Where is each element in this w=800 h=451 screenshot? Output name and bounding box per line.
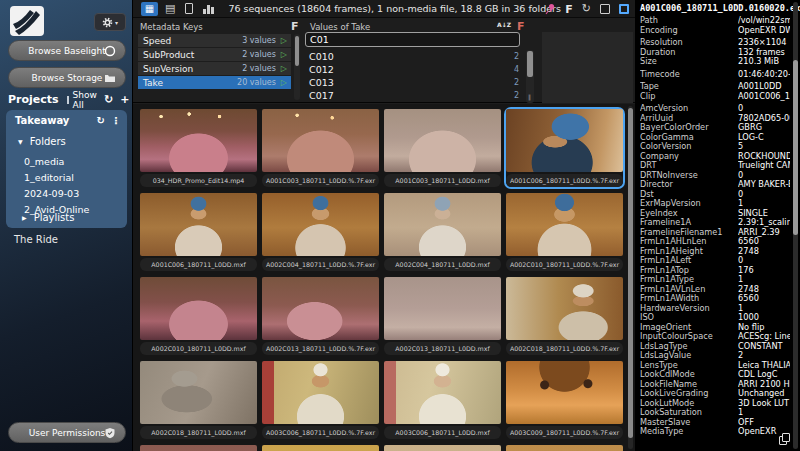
value-row[interactable]: C013 2 [305, 76, 523, 89]
refresh-icon[interactable]: ↻ [582, 2, 591, 16]
thumbnail-image[interactable] [506, 361, 623, 424]
chart-view-icon[interactable] [203, 3, 214, 14]
thumbnail-image[interactable] [262, 361, 379, 424]
thumbnail-image[interactable] [262, 277, 379, 340]
grid-view-icon[interactable]: ▦ [141, 2, 158, 16]
thumbnail-cell[interactable]: A003C006_180711_L0DD.mxf [384, 361, 501, 439]
keys-scrollbar[interactable] [294, 34, 300, 100]
values-scrollbar[interactable]: ‖ [526, 50, 534, 103]
values-scrollbar-thumb[interactable] [527, 51, 533, 77]
keys-scrollbar-thumb[interactable] [295, 36, 299, 66]
show-values-icon[interactable]: ▷ [281, 50, 287, 59]
user-permissions-button[interactable]: User Permissions [8, 422, 126, 443]
sidebar-item-folder[interactable]: 1_editorial [24, 170, 125, 186]
thumbnail-image[interactable] [140, 361, 257, 424]
filter-icon[interactable]: F [565, 3, 573, 16]
sort-az-icon[interactable]: A↓Z [497, 21, 511, 28]
sidebar-item-folder[interactable]: 0_media [24, 154, 125, 170]
thumbnail-image[interactable] [506, 445, 623, 451]
show-values-icon[interactable]: ▷ [281, 78, 287, 87]
metadata-key-row[interactable]: Take 20 values ▷ [138, 76, 291, 89]
thumbnail-image[interactable] [384, 277, 501, 340]
refresh-project-icon[interactable]: ↻ [97, 116, 105, 126]
show-values-icon[interactable]: ▷ [281, 36, 287, 45]
thumbnail-cell[interactable]: A003C009_180711_L0DD.%.7F.exr [506, 361, 623, 439]
thumbnail-image[interactable] [384, 109, 501, 172]
project-header-row[interactable]: Takeaway ↻ ⋮ [15, 115, 121, 126]
thumbnail-cell[interactable]: A003C006_180711_L0DD.%.7F.exr [262, 361, 379, 439]
grid-scrollbar-thumb[interactable] [628, 108, 633, 438]
thumbnail-image[interactable] [506, 193, 623, 256]
sidebar-item-folders[interactable]: ▼ Folders [18, 136, 66, 147]
thumbnail-cell[interactable]: A001C006_180711_L0DD.mxf [140, 193, 257, 271]
inspector-scrollbar-thumb[interactable] [793, 60, 798, 235]
metadata-key-row[interactable]: Speed 3 values ▷ [138, 34, 291, 47]
thumbnail-image[interactable] [140, 277, 257, 340]
thumbnail-cell[interactable] [140, 445, 257, 451]
value-row[interactable]: C017 2 [305, 89, 523, 102]
thumbnail-caption: A002C010_180711_L0DD.%.7F.exr [506, 258, 623, 271]
metadata-key-row[interactable]: SubProduct 2 values ▷ [138, 48, 291, 61]
settings-menu-button[interactable]: ▾ [94, 13, 126, 31]
metadata-key-row[interactable]: SupVersion 2 values ▷ [138, 62, 291, 75]
browse-storage-button[interactable]: Browse Storage [8, 67, 126, 88]
thumbnail-cell[interactable]: A002C013_180711_L0DD.mxf [384, 277, 501, 355]
thumbnail-cell[interactable]: A001C003_180711_L0DD.mxf [384, 109, 501, 187]
thumbnail-cell[interactable]: A002C004_180711_L0DD.%.7F.exr [262, 193, 379, 271]
thumbnail-cell[interactable]: A002C018_180711_L0DD.%.7F.exr [506, 277, 623, 355]
values-title: Values of Take [310, 22, 370, 32]
thumbnail-cell[interactable]: 034_HDR_Promo_Edit14.mp4 [140, 109, 257, 187]
metadata-value: ROCKHOUND [738, 152, 790, 161]
thumbnail-cell[interactable]: A002C018_180711_L0DD.mxf [140, 361, 257, 439]
thumbnail-image[interactable] [384, 361, 501, 424]
project-menu-icon[interactable]: ⋮ [111, 116, 121, 126]
thumbnail-caption: A001C003_180711_L0DD.mxf [384, 174, 501, 187]
grid-scrollbar[interactable] [628, 106, 633, 449]
sidebar-item-playlists[interactable]: ▶ Playlists [22, 212, 74, 223]
metadata-value: CONSTANT [738, 342, 783, 351]
pane-icon[interactable] [600, 4, 610, 14]
inspector-scrollbar[interactable] [793, 2, 798, 449]
value-filter-input[interactable] [305, 32, 520, 47]
metadata-label: ExrMapVersion [640, 199, 738, 209]
refresh-projects-icon[interactable]: ↻ [104, 95, 113, 105]
values-filter-icon[interactable]: F [517, 20, 525, 33]
list-view-icon[interactable]: ▤ [165, 2, 175, 16]
thumbnail-cell[interactable] [262, 445, 379, 451]
active-pane-icon[interactable] [619, 4, 629, 14]
metadata-value: OFF [738, 418, 754, 427]
thumbnail-image[interactable] [262, 445, 379, 451]
thumbnail-image[interactable] [506, 277, 623, 340]
thumbnail-cell[interactable] [384, 445, 501, 451]
add-project-icon[interactable]: + [120, 95, 129, 105]
thumbnail-cell[interactable]: A002C004_180711_L0DD.mxf [384, 193, 501, 271]
resize-grip-icon[interactable]: ‖ [528, 93, 531, 100]
keys-filter-icon[interactable]: F [291, 20, 299, 33]
copy-icon[interactable] [779, 433, 790, 445]
thumbnail-image[interactable] [140, 109, 257, 172]
thumbnail-cell[interactable]: A002C013_180711_L0DD.%.7F.exr [262, 277, 379, 355]
thumbnail-image[interactable] [262, 109, 379, 172]
file-view-icon[interactable] [185, 3, 193, 14]
sidebar-item-folder[interactable]: 2024-09-03 [24, 186, 125, 202]
metadata-label: LookFileName [640, 380, 738, 390]
thumbnail-image[interactable] [140, 445, 257, 451]
show-all-checkbox[interactable] [67, 96, 69, 104]
browse-baselight-button[interactable]: Browse Baselight [8, 40, 126, 61]
value-row[interactable]: C012 4 [305, 63, 523, 76]
value-row[interactable]: C010 2 [305, 50, 523, 63]
thumbnail-image[interactable] [262, 193, 379, 256]
thumbnail-cell[interactable]: A002C010_180711_L0DD.mxf [140, 277, 257, 355]
thumbnail-image[interactable] [384, 445, 501, 451]
thumbnail-cell[interactable] [506, 445, 623, 451]
thumbnail-image[interactable] [506, 109, 623, 172]
thumbnail-image[interactable] [384, 193, 501, 256]
thumbnail-cell[interactable]: A002C010_180711_L0DD.%.7F.exr [506, 193, 623, 271]
thumbnail-cell[interactable]: A001C006_180711_L0DD.%.7F.exr [506, 109, 623, 187]
metadata-row: FrmLn1ALeft 0* [640, 256, 790, 266]
thumbnail-cell[interactable]: A001C003_180711_L0DD.%.7F.exr [262, 109, 379, 187]
thumbnail-image[interactable] [140, 193, 257, 256]
pin-icon[interactable] [545, 3, 556, 15]
sidebar-item-the-ride[interactable]: The Ride [14, 234, 58, 245]
show-values-icon[interactable]: ▷ [281, 64, 287, 73]
